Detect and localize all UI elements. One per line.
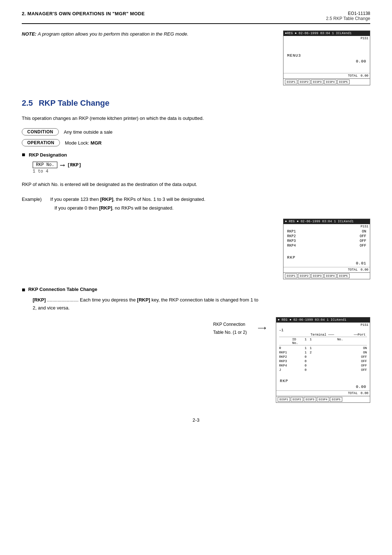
rkp-dest: [RKP] [67, 162, 81, 168]
example-line1: If you operate 123 then [RKP], the RKPs … [50, 197, 205, 202]
section-ref: 2.5 RKP Table Change [326, 16, 370, 21]
s2-disp4[interactable]: DISP4 [324, 274, 336, 278]
rkp-conn-title-row: ■ RKP Connection Table Change [22, 287, 370, 293]
conn-subheader-row: ID No. 1 1 No. [279, 338, 367, 345]
disp4-btn[interactable]: DISP4 [324, 80, 336, 84]
screen-amount-3: 0.00 [280, 385, 366, 389]
screen-p1s1-2: P1S1 [283, 224, 370, 228]
s3-disp2[interactable]: DISP2 [291, 397, 303, 402]
intro-text: This operation changes an RKP (remote ki… [22, 114, 370, 122]
screen-total-2: TOTAL 0.00 [283, 267, 370, 272]
screen-topbar-1: ●REG ● 02-06-1999 03:04 1 ICLKend1 [283, 31, 370, 36]
screen-buttons-2: DISP1 DISP2 DISP3 DISP4 DISP5 [283, 272, 370, 279]
s3-disp3[interactable]: DISP3 [304, 397, 316, 402]
rkp-title: ■ RKP Designation [22, 151, 370, 158]
disp1-btn[interactable]: DISP1 [285, 80, 297, 84]
conn-label-block: RKP Connection Table No. (1 or 2) [213, 317, 247, 336]
screen-body-3: RKP 0.00 [276, 374, 370, 390]
example-line2: If you operate 0 then [RKP], no RKPs wil… [54, 205, 173, 211]
condition-badge: CONDITION [22, 128, 59, 135]
note-text: NOTE: A program option allows you to per… [22, 31, 269, 38]
rkp-key-1: [RKP] [100, 197, 113, 202]
operation-badge: OPERATION [22, 139, 60, 146]
rkp-conn-desc: [RKP] ........................ Each time… [33, 296, 370, 312]
operation-row: OPERATION Mode Lock: MGR [22, 139, 370, 146]
screen-mockup-3: ● REG ● 02-06-1999 03:04 1 ICLKend1 P1S1… [276, 317, 370, 403]
conn-row-rkp3: RKP3 0 OFF [279, 359, 367, 364]
conn-arrow: ⟶ [258, 317, 265, 331]
rkp-conn-desc-post: key, the RKP connection table is changed… [151, 297, 258, 303]
rkp-conn-desc-pre: Each time you depress the [80, 297, 137, 303]
screen-amount-1: 0.00 [287, 59, 366, 64]
operation-text: Mode Lock: MGR [65, 140, 102, 146]
screen-rkp-label-3: RKP [280, 379, 366, 383]
screen-topbar-3: ● REG ● 02-06-1999 03:04 1 ICLKend1 [276, 317, 370, 323]
screen-buttons-3: DISP1 DISP2 DISP3 DISP4 DISP5 [276, 396, 370, 402]
port-no-subheader: No. [313, 338, 367, 345]
rkp-flow: RKP No. ⟶ [RKP] [33, 161, 370, 169]
bullet-icon: ■ [22, 151, 25, 158]
condition-text: Any time outside a sale [64, 129, 113, 135]
rkp-range: 1 to 4 [33, 169, 370, 174]
conn-arrow-icon: ⟶ [258, 324, 266, 331]
screen-p1s1-1: P1S1 [283, 36, 370, 40]
port-header: ——Port [352, 333, 367, 337]
note-content: A program option allows you to perform t… [38, 31, 188, 37]
rkp-designation-section: ■ RKP Designation RKP No. ⟶ [RKP] 1 to 4 [22, 151, 370, 174]
rkp-no-box: RKP No. [33, 162, 57, 168]
screen-conn-body: –1 Terminal ——— ——Port ID No. 1 1 No. R [276, 327, 370, 374]
conn-label-title: RKP Connection [213, 321, 247, 329]
example-section: Example) If you operate 123 then [RKP], … [22, 195, 370, 212]
screen-menu-1: MENU3 [287, 53, 366, 58]
disp2-btn[interactable]: DISP2 [298, 80, 310, 84]
rkp4-row: RKP4 OFF [287, 243, 366, 248]
s2-disp3[interactable]: DISP3 [311, 274, 323, 278]
header-right: EO1-11138 2.5 RKP Table Change [326, 11, 370, 21]
s2-disp1[interactable]: DISP1 [285, 274, 297, 278]
s3-disp5[interactable]: DISP5 [330, 397, 342, 402]
rkp-conn-desc-line2: 2, and vice versa. [33, 305, 70, 311]
conn-header-row: Terminal ——— ——Port [279, 333, 367, 337]
rkp-conn-key2: [RKP] [137, 297, 150, 303]
screen-data-rows-2: RKP1 ON RKP2 OFF RKP3 OFF RKP4 OFF [283, 228, 370, 251]
arrow-icon: ⟶ [60, 161, 64, 169]
conn-row-rkp1: RKP1 1 2 ON [279, 351, 367, 355]
section-name: RKP Table Change [39, 98, 110, 108]
page-footer: 2-3 [22, 417, 370, 423]
conn-row-j: J 0 OFF [279, 368, 367, 372]
screen-topbar-2: ● REG ● 02-06-1999 03:04 1 ICLKend1 [283, 219, 370, 224]
s3-disp1[interactable]: DISP1 [278, 397, 290, 402]
rkp3-row: RKP3 OFF [287, 239, 366, 243]
rkp-conn-section: ■ RKP Connection Table Change [RKP] ....… [22, 287, 370, 312]
rkp-conn-title-text: RKP Connection Table Change [28, 287, 97, 292]
screen-body-1: MENU3 0.00 [283, 40, 370, 73]
page-number: 2-3 [193, 417, 200, 423]
note-label: NOTE: [22, 31, 36, 37]
screen-p1s1-3: P1S1 [276, 323, 370, 327]
s2-disp5[interactable]: DISP5 [337, 274, 350, 278]
condition-row: CONDITION Any time outside a sale [22, 128, 370, 135]
conn-row-rkp4: RKP4 0 OFF [279, 364, 367, 368]
screen-mockup-1: ●REG ● 02-06-1999 03:04 1 ICLKend1 P1S1 … [283, 31, 370, 85]
bullet-icon-2: ■ [22, 287, 25, 293]
doc-number: EO1-11138 [326, 11, 370, 16]
screen-total-1: TOTAL 0.00 [283, 73, 370, 78]
example-label: Example) [22, 197, 42, 202]
disp5-btn[interactable]: DISP5 [337, 80, 350, 84]
screen-area-2: ● REG ● 02-06-1999 03:04 1 ICLKend1 P1S1… [22, 219, 370, 279]
disp3-btn[interactable]: DISP3 [311, 80, 323, 84]
operation-mode: MGR [91, 140, 102, 146]
screen-buttons-1: DISP1 DISP2 DISP3 DISP4 DISP5 [283, 78, 370, 85]
s2-disp2[interactable]: DISP2 [298, 274, 310, 278]
rkp1-row: RKP1 ON [287, 229, 366, 234]
terminal-header: Terminal ——— [292, 333, 352, 337]
conn-row-r: R 1 1 ON [279, 346, 367, 351]
s3-disp4[interactable]: DISP4 [317, 397, 329, 402]
screen-amount-2: 0.01 [287, 261, 366, 266]
rkp-desc-text: RKP of which No. is entered will be desi… [22, 181, 370, 189]
section-title: 2.5 RKP Table Change [22, 98, 370, 108]
screen-mockup-2: ● REG ● 02-06-1999 03:04 1 ICLKend1 P1S1… [283, 219, 370, 279]
note-section: NOTE: A program option allows you to per… [22, 31, 370, 85]
rkp-conn-detail: RKP Connection Table No. (1 or 2) ⟶ ● RE… [22, 317, 370, 403]
table-num: –1 [279, 328, 367, 332]
